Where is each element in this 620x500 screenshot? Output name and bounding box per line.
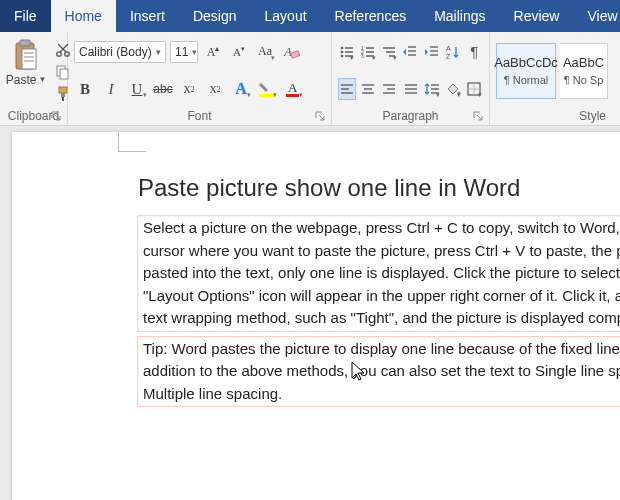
chevron-down-icon: ▼ (38, 75, 46, 84)
style-nospacing-preview: AaBbC (563, 55, 604, 70)
justify-button[interactable] (402, 78, 419, 100)
chevron-down-icon: ▾ (393, 54, 397, 62)
paragraph-launcher[interactable] (471, 109, 485, 123)
underline-button[interactable]: U▾ (126, 78, 148, 100)
sort-icon: A Z (445, 44, 461, 60)
paste-icon (12, 39, 40, 71)
document-paragraph-1[interactable]: Select a picture on the webpage, press C… (138, 216, 620, 331)
text-effects-icon: A (235, 80, 247, 98)
tab-design[interactable]: Design (179, 0, 251, 32)
grow-font-button[interactable]: A▴ (202, 41, 224, 63)
font-launcher[interactable] (313, 109, 327, 123)
svg-point-24 (340, 54, 343, 57)
strikethrough-button[interactable]: abc (152, 78, 174, 100)
svg-rect-2 (22, 49, 36, 69)
paste-button[interactable]: Paste ▼ (6, 39, 46, 87)
style-normal-preview: AaBbCcDc (494, 55, 558, 70)
ribbon: Paste ▼ (0, 32, 620, 126)
font-family-select[interactable]: Calibri (Body) ▾ (74, 41, 166, 63)
svg-rect-19 (286, 94, 299, 97)
style-nospacing-label: ¶ No Sp (564, 74, 604, 86)
clear-format-icon: A (282, 43, 300, 61)
page-margin-indicator (118, 132, 146, 152)
group-clipboard: Paste ▼ (0, 32, 68, 125)
chevron-down-icon: ▾ (273, 91, 277, 99)
borders-button[interactable]: ▾ (466, 78, 483, 100)
font-color-button[interactable]: A ▾ (282, 78, 304, 100)
tab-view[interactable]: View (573, 0, 620, 32)
group-styles: AaBbCcDc ¶ Normal AaBbC ¶ No Sp Style (490, 32, 620, 125)
svg-rect-13 (61, 93, 65, 97)
page: Paste picture show one line in Word Sele… (12, 132, 620, 500)
launcher-icon (51, 111, 61, 121)
svg-text:A: A (446, 45, 451, 52)
text-effects-button[interactable]: A ▾ (230, 78, 252, 100)
chevron-down-icon: ▾ (192, 47, 197, 57)
tab-layout[interactable]: Layout (251, 0, 321, 32)
align-center-button[interactable] (360, 78, 377, 100)
italic-button[interactable]: I (100, 78, 122, 100)
increase-indent-button[interactable] (423, 41, 440, 63)
show-hide-marks-button[interactable]: ¶ (466, 41, 483, 63)
grow-font-icon: A▴ (207, 44, 220, 60)
chevron-down-icon: ▾ (436, 91, 440, 99)
superscript-button[interactable]: X2 (204, 78, 226, 100)
clear-formatting-button[interactable]: A (280, 41, 302, 63)
svg-point-6 (57, 51, 61, 55)
style-normal[interactable]: AaBbCcDc ¶ Normal (496, 43, 556, 99)
align-left-icon (340, 82, 354, 96)
highlight-button[interactable]: ▾ (256, 78, 278, 100)
tab-home[interactable]: Home (51, 0, 116, 32)
svg-text:Z: Z (446, 53, 451, 60)
svg-rect-11 (60, 69, 68, 79)
tab-references[interactable]: References (321, 0, 421, 32)
paste-label: Paste (6, 73, 37, 87)
group-font: Calibri (Body) ▾ 11 ▾ A▴ A▾ Aa ▾ (68, 32, 332, 125)
line-spacing-button[interactable]: ▾ (423, 78, 440, 100)
increase-indent-icon (424, 44, 440, 60)
document-canvas[interactable]: Paste picture show one line in Word Sele… (0, 126, 620, 500)
chevron-down-icon: ▾ (156, 47, 161, 57)
style-normal-label: ¶ Normal (504, 74, 548, 86)
font-size-select[interactable]: 11 ▾ (170, 41, 198, 63)
chevron-down-icon: ▾ (299, 91, 303, 99)
document-title[interactable]: Paste picture show one line in Word (138, 174, 620, 202)
shading-button[interactable]: ▾ (445, 78, 462, 100)
svg-rect-12 (59, 87, 67, 93)
shrink-font-button[interactable]: A▾ (228, 41, 250, 63)
multilevel-list-button[interactable]: ▾ (381, 41, 398, 63)
tab-insert[interactable]: Insert (116, 0, 179, 32)
style-nospacing[interactable]: AaBbC ¶ No Sp (560, 43, 608, 99)
document-paragraph-2[interactable]: Tip: Word pastes the picture to display … (138, 337, 620, 407)
svg-text:A: A (288, 80, 298, 95)
align-left-button[interactable] (338, 78, 356, 100)
svg-text:3: 3 (361, 53, 364, 59)
svg-point-22 (340, 50, 343, 53)
subscript-button[interactable]: X2 (178, 78, 200, 100)
group-styles-label: Style (579, 109, 606, 123)
align-center-icon (361, 82, 375, 96)
svg-rect-14 (62, 97, 64, 101)
sort-button[interactable]: A Z (444, 41, 461, 63)
tab-review[interactable]: Review (500, 0, 574, 32)
svg-rect-1 (20, 40, 30, 46)
change-case-button[interactable]: Aa ▾ (254, 41, 276, 63)
svg-text:A: A (283, 44, 292, 59)
pilcrow-icon: ¶ (470, 43, 478, 60)
chevron-down-icon: ▾ (350, 54, 354, 62)
svg-rect-17 (259, 94, 273, 97)
svg-point-20 (340, 46, 343, 49)
tab-mailings[interactable]: Mailings (420, 0, 499, 32)
clipboard-launcher[interactable] (49, 109, 63, 123)
chevron-down-icon: ▾ (457, 91, 461, 99)
bold-button[interactable]: B (74, 78, 96, 100)
tab-file[interactable]: File (0, 0, 51, 32)
chevron-down-icon: ▾ (143, 91, 147, 99)
align-right-button[interactable] (381, 78, 398, 100)
launcher-icon (473, 111, 483, 121)
decrease-indent-button[interactable] (402, 41, 419, 63)
justify-icon (404, 82, 418, 96)
bullets-button[interactable]: ▾ (338, 41, 355, 63)
numbering-button[interactable]: 1 2 3 ▾ (359, 41, 376, 63)
chevron-down-icon: ▾ (372, 54, 376, 62)
